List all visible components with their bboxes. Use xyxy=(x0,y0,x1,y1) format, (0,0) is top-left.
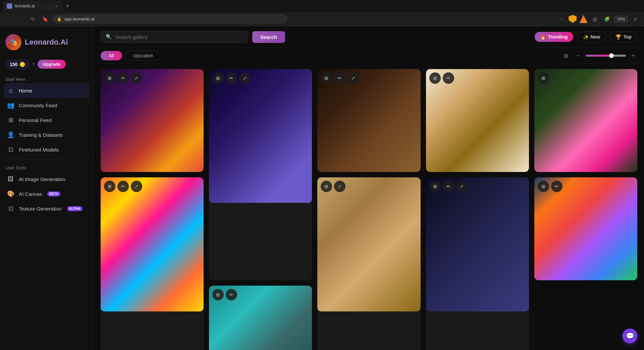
grid-action-btn[interactable]: ⊞ xyxy=(538,181,549,192)
top-sort-btn[interactable]: 🏆 Top xyxy=(610,32,637,42)
start-here-label: Start Here xyxy=(4,74,90,83)
tab-title: leonardo.ai xyxy=(15,4,51,8)
sidebar-item-ai-canvas[interactable]: 🎨 AI Canvas BETA xyxy=(4,186,90,201)
grid-action-btn[interactable]: ⊞ xyxy=(321,181,332,192)
expand-action-btn[interactable]: ⤢ xyxy=(239,72,251,84)
edit-action-btn[interactable]: ✏ xyxy=(226,289,237,300)
sidebar-item-training-label: Training & Datasets xyxy=(19,132,63,138)
sidebar-item-ai-image-gen[interactable]: 🖼 AI Image Generation xyxy=(4,172,90,186)
grid-action-btn[interactable]: ⊞ xyxy=(104,181,115,192)
back-btn[interactable]: ‹ xyxy=(4,14,13,24)
credits-help-btn[interactable]: ? xyxy=(32,62,35,67)
trending-icon: 🔥 xyxy=(540,34,546,40)
grid-layout-btn[interactable]: ⊞ xyxy=(561,51,571,61)
gallery-grid: ⊞ ✏ ⤢ ⊞ ✏ ⤢ xyxy=(101,69,637,350)
sidebar-item-community-feed[interactable]: 👥 Community Feed xyxy=(4,98,90,113)
filter-upscaled-tab[interactable]: Upscaled xyxy=(125,51,161,61)
grid-action-btn[interactable]: ⊞ xyxy=(104,72,115,84)
gallery-item[interactable]: ⊞ ✏ xyxy=(426,69,529,172)
chat-bubble[interactable]: 💬 xyxy=(623,329,637,343)
grid-action-btn[interactable]: ⊞ xyxy=(538,72,549,84)
gallery-overlay xyxy=(101,69,204,172)
expand-action-btn[interactable]: ⤢ xyxy=(131,181,142,192)
grid-action-btn[interactable]: ⊞ xyxy=(212,289,224,300)
gallery-item[interactable]: ⊞ ✏ xyxy=(534,177,637,280)
gallery-image-4: ⊞ ✏ xyxy=(426,69,529,172)
edit-action-btn[interactable]: ✏ xyxy=(226,72,237,84)
grid-action-btn[interactable]: ⊞ xyxy=(212,72,224,84)
gallery-image-6: ⊞ ✏ ⤢ xyxy=(101,177,204,311)
sidebar-item-ai-canvas-label: AI Canvas xyxy=(19,191,42,197)
refresh-btn[interactable]: ↻ xyxy=(28,14,38,24)
search-button[interactable]: Search xyxy=(252,31,285,43)
gallery-actions: ⊞ ✏ xyxy=(429,72,454,84)
expand-action-btn[interactable]: ⤢ xyxy=(334,181,345,192)
sidebar-item-community-label: Community Feed xyxy=(19,103,57,108)
zoom-minus-btn[interactable]: − xyxy=(574,52,582,60)
gallery-item[interactable]: ⊞ ✏ xyxy=(209,286,312,350)
edit-action-btn[interactable]: ✏ xyxy=(334,72,345,84)
active-tab[interactable]: leonardo.ai × xyxy=(3,1,63,11)
shield-icon xyxy=(569,15,577,23)
edit-action-btn[interactable]: ✏ xyxy=(443,72,454,84)
expand-action-btn[interactable]: ⤢ xyxy=(131,72,142,84)
gallery-item[interactable]: ⊞ ✏ ⤢ xyxy=(101,177,204,350)
upgrade-button[interactable]: Upgrade xyxy=(38,60,66,69)
bookmark-btn[interactable]: 🔖 xyxy=(40,14,50,24)
share-btn[interactable]: ↑ xyxy=(556,14,566,24)
sidebar-divider xyxy=(4,160,90,160)
sidebar-item-texture-gen[interactable]: ⊡ Texture Generation ALPHA xyxy=(4,201,90,216)
new-tab-btn[interactable]: + xyxy=(64,3,71,10)
gallery-item[interactable]: ⊞ ⤢ xyxy=(317,177,420,350)
gallery-actions: ⊞ ✏ ⤢ xyxy=(104,181,142,192)
zoom-plus-btn[interactable]: + xyxy=(629,52,637,60)
tab-close-btn[interactable]: × xyxy=(54,3,59,9)
sidebar-item-finetuned[interactable]: ⊡ Finetuned Models xyxy=(4,142,90,157)
sidebar-item-home[interactable]: ⌂ Home xyxy=(4,83,90,98)
menu-btn[interactable]: ≡ xyxy=(631,14,640,24)
forward-btn[interactable]: › xyxy=(16,14,25,24)
new-sort-btn[interactable]: ✨ New xyxy=(577,32,606,42)
new-label: New xyxy=(591,34,600,40)
filter-all-tab[interactable]: All xyxy=(101,51,122,60)
personal-feed-icon: ⊞ xyxy=(7,116,15,124)
gallery-actions: ⊞ ⤢ xyxy=(321,181,345,192)
gallery-item[interactable]: ⊞ xyxy=(534,69,637,172)
trending-sort-btn[interactable]: 🔥 Trending xyxy=(535,32,573,42)
gallery-actions: ⊞ xyxy=(538,72,549,84)
extensions-btn[interactable]: 🧩 xyxy=(602,14,611,24)
search-input[interactable] xyxy=(115,34,243,40)
expand-action-btn[interactable]: ⤢ xyxy=(456,181,468,192)
sidebar-item-texture-label: Texture Generation xyxy=(19,206,62,212)
sidebar-item-personal-label: Personal Feed xyxy=(19,117,52,123)
edit-action-btn[interactable]: ✏ xyxy=(551,181,562,192)
texture-gen-icon: ⊡ xyxy=(7,205,15,213)
expand-action-btn[interactable]: ⤢ xyxy=(347,72,359,84)
trending-label: Trending xyxy=(548,34,568,40)
sidebar-item-training[interactable]: 👤 Training & Datasets xyxy=(4,127,90,142)
address-bar[interactable]: 🔒 app.leonardo.ai xyxy=(52,15,287,23)
gallery-item[interactable]: ⊞ ✏ ⤢ xyxy=(426,177,529,350)
sidebar-toggle-btn[interactable]: ▤ xyxy=(590,14,599,24)
gallery-item[interactable]: ⊞ ✏ ⤢ xyxy=(209,69,312,280)
vpn-badge[interactable]: VPN xyxy=(614,16,628,22)
grid-action-btn[interactable]: ⊞ xyxy=(429,72,441,84)
zoom-slider[interactable] xyxy=(586,55,626,57)
tab-bar: leonardo.ai × + xyxy=(0,0,644,12)
search-container: 🔍 xyxy=(101,31,248,43)
gallery-item[interactable]: ⊞ ✏ ⤢ xyxy=(101,69,204,172)
edit-action-btn[interactable]: ✏ xyxy=(443,181,454,192)
grid-action-btn[interactable]: ⊞ xyxy=(321,72,332,84)
edit-action-btn[interactable]: ✏ xyxy=(117,181,129,192)
top-bar: 🔍 Search 🔥 Trending ✨ New 🏆 Top xyxy=(94,26,644,48)
app-layout: 🎭 Leonardo.Ai 150 🪙 ? Upgrade Start Here… xyxy=(0,26,644,350)
user-tools-label: User Tools xyxy=(4,163,90,172)
alpha-badge: ALPHA xyxy=(67,206,83,211)
gallery-item[interactable]: ⊞ ✏ ⤢ xyxy=(317,69,420,172)
lock-icon: 🔒 xyxy=(57,17,62,21)
ai-canvas-icon: 🎨 xyxy=(7,190,15,198)
grid-action-btn[interactable]: ⊞ xyxy=(429,181,441,192)
edit-action-btn[interactable]: ✏ xyxy=(117,72,129,84)
gallery-overlay xyxy=(534,69,637,172)
sidebar-item-personal-feed[interactable]: ⊞ Personal Feed xyxy=(4,113,90,127)
